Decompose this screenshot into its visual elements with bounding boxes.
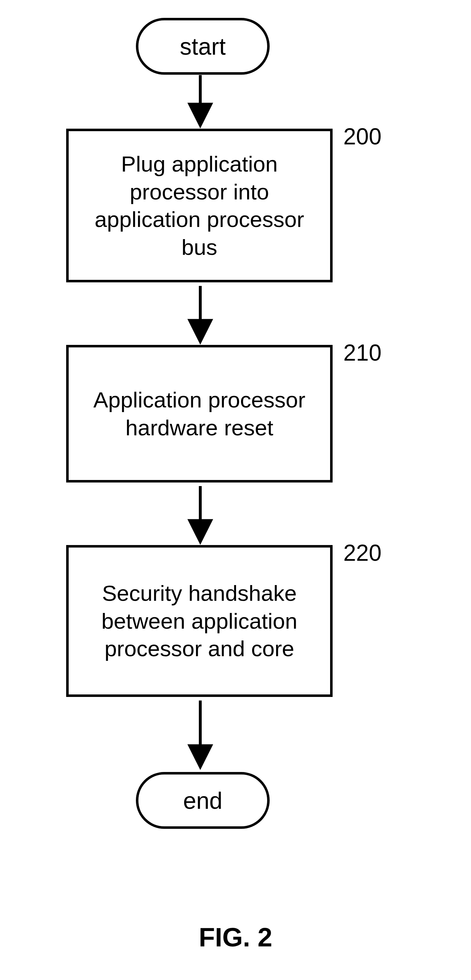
process-step-0-ref: 200 [343,123,382,150]
process-step-2-text: Security handshakebetween applicationpro… [101,579,297,663]
terminator-end: end [136,772,270,829]
process-step-1-ref: 210 [343,339,382,366]
flowchart-canvas: start Plug applicationprocessor intoappl… [0,0,471,980]
process-step-0: Plug applicationprocessor intoapplicatio… [66,129,333,282]
terminator-start: start [136,18,270,75]
terminator-start-label: start [180,33,226,60]
process-step-1-text: Application processorhardware reset [93,386,305,441]
process-step-2-ref: 220 [343,540,382,566]
process-step-0-text: Plug applicationprocessor intoapplicatio… [95,150,304,261]
process-step-1: Application processorhardware reset [66,345,333,482]
process-step-2: Security handshakebetween applicationpro… [66,545,333,697]
figure-caption: FIG. 2 [0,922,471,953]
terminator-end-label: end [183,787,222,814]
